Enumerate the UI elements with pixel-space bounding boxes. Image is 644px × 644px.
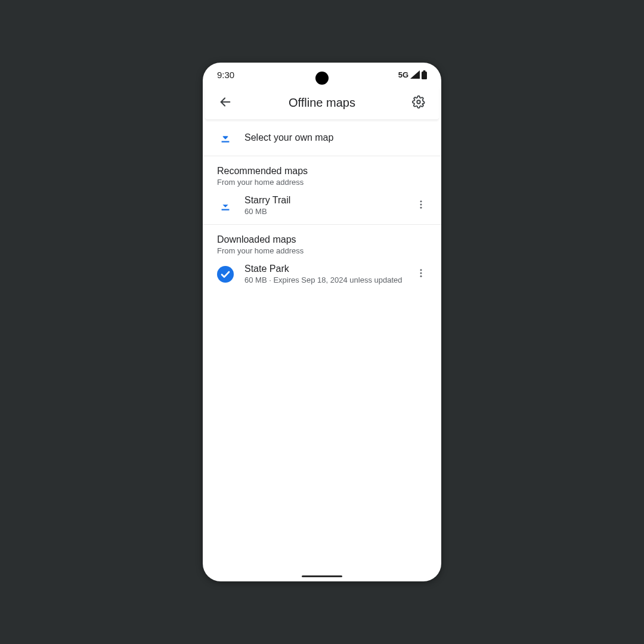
svg-rect-0 bbox=[422, 72, 427, 79]
recommended-item-more-button[interactable] bbox=[411, 196, 431, 215]
downloaded-title: Downloaded maps bbox=[217, 234, 427, 245]
gear-icon bbox=[412, 95, 425, 111]
downloaded-item-more-button[interactable] bbox=[411, 265, 431, 284]
svg-point-6 bbox=[420, 200, 422, 202]
more-vert-icon bbox=[416, 199, 426, 212]
app-bar: Offline maps bbox=[205, 86, 439, 120]
app-bar-title: Offline maps bbox=[237, 96, 407, 110]
download-icon bbox=[217, 197, 234, 214]
svg-point-3 bbox=[417, 100, 420, 104]
select-own-map-label: Select your own map bbox=[244, 132, 427, 143]
back-button[interactable] bbox=[213, 91, 237, 115]
svg-point-12 bbox=[420, 275, 422, 277]
svg-point-9 bbox=[217, 266, 234, 283]
downloaded-subtitle: From your home address bbox=[217, 246, 427, 255]
download-icon bbox=[217, 129, 234, 146]
recommended-item-name: Starry Trail bbox=[244, 195, 411, 206]
status-right: 5G bbox=[398, 70, 427, 79]
svg-rect-5 bbox=[222, 209, 230, 210]
camera-cutout bbox=[315, 72, 329, 85]
home-indicator[interactable] bbox=[302, 575, 342, 577]
battery-icon bbox=[422, 70, 427, 79]
recommended-item[interactable]: Starry Trail 60 MB bbox=[203, 189, 441, 225]
check-circle-icon bbox=[217, 266, 234, 283]
svg-point-7 bbox=[420, 203, 422, 205]
recommended-subtitle: From your home address bbox=[217, 178, 427, 187]
recommended-item-sub: 60 MB bbox=[244, 207, 411, 216]
select-own-map-row[interactable]: Select your own map bbox=[203, 120, 441, 156]
recommended-title: Recommended maps bbox=[217, 166, 427, 177]
svg-rect-1 bbox=[423, 70, 426, 72]
downloaded-item-sub: 60 MB · Expires Sep 18, 2024 unless upda… bbox=[244, 275, 411, 284]
arrow-left-icon bbox=[219, 95, 232, 111]
more-vert-icon bbox=[416, 268, 426, 281]
svg-point-11 bbox=[420, 272, 422, 274]
signal-icon bbox=[410, 70, 420, 79]
svg-rect-4 bbox=[222, 141, 230, 143]
settings-button[interactable] bbox=[407, 91, 431, 115]
recommended-header: Recommended maps From your home address bbox=[203, 156, 441, 189]
svg-point-8 bbox=[420, 206, 422, 208]
status-network-label: 5G bbox=[398, 70, 408, 79]
status-time: 9:30 bbox=[217, 70, 234, 80]
downloaded-item-name: State Park bbox=[244, 264, 411, 274]
svg-point-10 bbox=[420, 269, 422, 271]
downloaded-header: Downloaded maps From your home address bbox=[203, 225, 441, 258]
phone-frame: 9:30 5G Offline maps bbox=[203, 63, 441, 581]
downloaded-item[interactable]: State Park 60 MB · Expires Sep 18, 2024 … bbox=[203, 258, 441, 293]
